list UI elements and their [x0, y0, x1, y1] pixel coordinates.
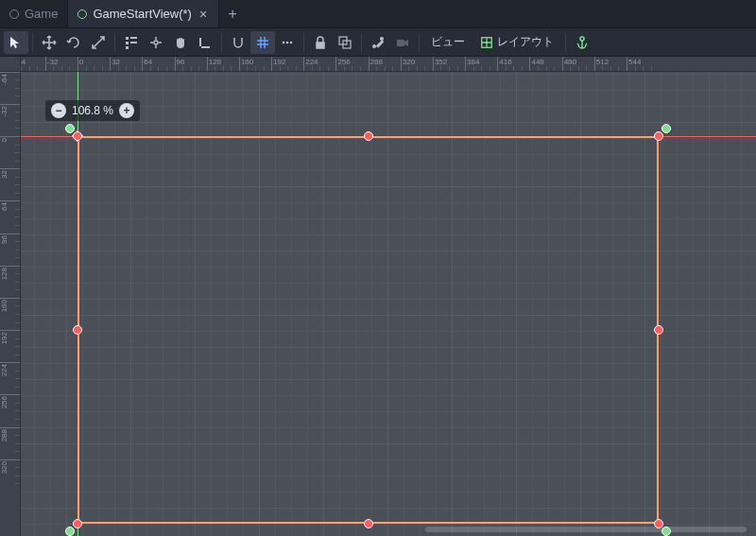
horizontal-scrollbar[interactable] [425, 527, 747, 532]
ruler-tool[interactable] [193, 31, 217, 54]
list-select-tool[interactable] [119, 31, 144, 54]
ruler-label: 64 [144, 58, 152, 66]
zoom-value[interactable]: 106.8 % [72, 104, 113, 117]
ruler-label: 384 [467, 58, 479, 66]
separator [221, 33, 222, 52]
snap-object-icon[interactable] [226, 31, 250, 54]
ruler-label: 288 [370, 58, 383, 66]
top-ruler[interactable]: -64-320326496128160192224256288320352384… [21, 57, 756, 72]
select-tool[interactable] [4, 31, 28, 54]
ruler-label: 448 [531, 58, 543, 66]
rotate-tool[interactable] [61, 31, 86, 54]
svg-rect-4 [126, 46, 129, 49]
canvas-editor: -64-320326496128160192224256288320352384… [0, 57, 756, 536]
move-tool[interactable] [37, 31, 61, 54]
ruler-label: 352 [435, 58, 447, 66]
lock-icon[interactable] [308, 31, 333, 54]
tab-label: Game [25, 7, 58, 21]
pivot-handle[interactable] [662, 124, 671, 133]
resize-handle[interactable] [73, 131, 82, 141]
svg-point-12 [372, 44, 376, 48]
add-tab-button[interactable]: + [219, 0, 246, 27]
svg-rect-0 [126, 37, 129, 40]
svg-point-6 [283, 41, 285, 43]
resize-handle[interactable] [364, 519, 373, 528]
view-menu-label: ビュー [431, 34, 465, 50]
svg-point-13 [380, 37, 384, 41]
tab-bar: Game GameStartView(*) × + [0, 0, 756, 28]
pivot-tool[interactable] [144, 31, 168, 54]
ruler-label: 32 [0, 170, 19, 179]
tab-gamestartview[interactable]: GameStartView(*) × [68, 0, 219, 27]
svg-rect-14 [376, 40, 384, 47]
separator [565, 33, 566, 52]
ruler-label: -64 [21, 58, 26, 66]
ruler-label: 256 [337, 58, 350, 66]
ruler-label: 192 [273, 58, 285, 66]
scene-ring-icon [77, 9, 87, 19]
ruler-label: 96 [0, 235, 19, 244]
ruler-label: -32 [47, 58, 59, 66]
tab-game[interactable]: Game [0, 0, 68, 27]
resize-handle[interactable] [364, 131, 373, 141]
svg-rect-9 [317, 43, 324, 48]
snap-options-icon[interactable] [275, 31, 300, 54]
svg-point-5 [154, 41, 158, 44]
separator [419, 33, 420, 52]
ruler-label: 64 [0, 202, 19, 211]
ruler-label: 512 [596, 58, 609, 66]
close-icon[interactable]: × [198, 7, 209, 22]
tab-label: GameStartView(*) [93, 7, 192, 21]
zoom-out-button[interactable]: − [51, 103, 66, 118]
anchor-icon[interactable] [570, 31, 594, 54]
svg-rect-3 [130, 42, 137, 43]
zoom-in-button[interactable]: + [119, 103, 134, 118]
layout-menu-label: レイアウト [497, 34, 554, 50]
ruler-label: 224 [305, 58, 318, 66]
bone-icon[interactable] [366, 31, 390, 54]
canvas-grid[interactable]: − 106.8 % + [21, 72, 756, 536]
left-ruler[interactable]: -64-320326496128160192224256288320 [0, 72, 21, 536]
svg-point-7 [286, 41, 289, 43]
ruler-label: 544 [628, 58, 641, 66]
pivot-handle[interactable] [65, 527, 75, 536]
scene-ring-icon [9, 9, 19, 19]
ruler-label: 320 [403, 58, 415, 66]
pivot-handle[interactable] [65, 124, 75, 133]
view-menu[interactable]: ビュー [423, 31, 472, 54]
ruler-corner [0, 57, 21, 72]
pivot-handle[interactable] [662, 527, 671, 536]
separator [114, 33, 115, 52]
pan-tool[interactable] [168, 31, 193, 54]
ruler-label: 480 [564, 58, 576, 66]
resize-handle[interactable] [654, 131, 663, 141]
svg-rect-15 [397, 40, 404, 46]
layout-menu[interactable]: レイアウト [472, 31, 561, 54]
ruler-label: 96 [177, 58, 185, 66]
snap-grid-icon[interactable] [250, 31, 275, 54]
resize-handle[interactable] [654, 325, 663, 335]
svg-rect-1 [130, 37, 137, 39]
svg-rect-2 [126, 42, 129, 44]
toolbar: ビュー レイアウト [0, 28, 756, 57]
ruler-label: 160 [241, 58, 253, 66]
separator [32, 33, 33, 52]
svg-point-17 [580, 37, 584, 41]
ruler-label: 0 [79, 58, 83, 66]
zoom-indicator: − 106.8 % + [45, 100, 140, 121]
svg-point-8 [290, 41, 293, 43]
group-icon[interactable] [333, 31, 357, 54]
resize-handle[interactable] [73, 325, 82, 335]
scale-tool[interactable] [86, 31, 111, 54]
ruler-label: 128 [209, 58, 221, 66]
ruler-label: 416 [499, 58, 511, 66]
separator [361, 33, 362, 52]
ruler-label: 32 [112, 58, 120, 66]
resize-handle[interactable] [73, 519, 82, 528]
ruler-label: 0 [0, 138, 19, 142]
camera-icon[interactable] [390, 31, 415, 54]
separator [303, 33, 304, 52]
selection-rect[interactable] [77, 136, 659, 524]
